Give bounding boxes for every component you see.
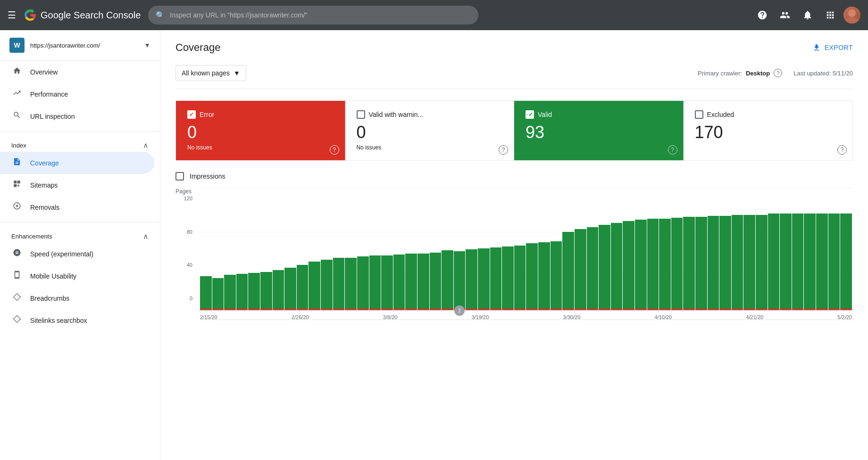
excluded-info-icon[interactable]: ? [837, 145, 847, 155]
sidebar-item-sitelinks-searchbox[interactable]: Sitelinks searchbox [0, 309, 154, 331]
bar-group[interactable] [430, 188, 442, 310]
bar-group[interactable] [417, 188, 429, 310]
bar-group[interactable] [756, 188, 768, 310]
valid-info-icon[interactable]: ? [668, 145, 677, 155]
error-card[interactable]: Error 0 No issues ? [176, 101, 345, 160]
bar-group[interactable] [575, 188, 586, 310]
bar-group[interactable] [405, 188, 417, 310]
bar-group[interactable] [514, 188, 526, 310]
valid-checkbox[interactable] [526, 110, 534, 119]
bar-group[interactable] [683, 188, 695, 310]
bar-group[interactable] [502, 188, 514, 310]
index-section-header[interactable]: Index ∧ [0, 135, 160, 152]
bar-group[interactable] [647, 188, 659, 310]
bar-group[interactable] [200, 188, 212, 310]
bar-group[interactable] [333, 188, 345, 310]
bar-group[interactable] [587, 188, 599, 310]
bar-group[interactable]: 2 [454, 188, 466, 310]
sidebar-item-coverage[interactable]: Coverage [0, 152, 154, 174]
sidebar-item-sitemaps[interactable]: Sitemaps [0, 174, 154, 196]
sidebar-item-overview[interactable]: Overview [0, 61, 154, 83]
warning-card[interactable]: Valid with warnin... 0 No issues ? [345, 101, 515, 160]
sidebar-item-removals[interactable]: Removals [0, 196, 154, 218]
bar-group[interactable] [816, 188, 828, 310]
bar-group[interactable] [551, 188, 562, 310]
bar-group[interactable] [719, 188, 731, 310]
bar-group[interactable] [792, 188, 804, 310]
bar-group[interactable] [599, 188, 610, 310]
sidebar-item-performance[interactable]: Performance [0, 83, 154, 105]
bar-group[interactable] [538, 188, 550, 310]
bar-group[interactable] [273, 188, 284, 310]
warning-checkbox[interactable] [357, 110, 365, 119]
warning-info-icon[interactable]: ? [499, 145, 508, 155]
bar-group[interactable] [357, 188, 369, 310]
apps-icon[interactable] [821, 6, 840, 25]
menu-icon[interactable]: ☰ [8, 9, 16, 21]
error-info-icon[interactable]: ? [330, 145, 339, 155]
bar-group[interactable] [284, 188, 296, 310]
bar-valid [309, 262, 320, 309]
bar-group[interactable] [212, 188, 224, 310]
export-button[interactable]: EXPORT [812, 43, 853, 52]
property-url: https://jsantorawriter.com/ [30, 42, 100, 49]
bar-group[interactable] [828, 188, 840, 310]
bar-group[interactable] [768, 188, 780, 310]
bar-group[interactable] [236, 188, 248, 310]
sidebar-item-speed[interactable]: Speed (experimental) [0, 243, 154, 265]
bar-group[interactable] [611, 188, 623, 310]
sidebar-item-url-inspection[interactable]: URL inspection [0, 105, 154, 127]
bar-group[interactable] [840, 188, 852, 310]
search-bar[interactable]: 🔍 [148, 6, 478, 25]
bar-group[interactable] [743, 188, 755, 310]
crawler-info-icon[interactable]: ? [774, 69, 782, 77]
bar-group[interactable] [635, 188, 647, 310]
avatar[interactable] [843, 7, 860, 24]
bar-error [623, 309, 634, 310]
bar-group[interactable] [732, 188, 743, 310]
valid-card[interactable]: Valid 93 ? [514, 101, 684, 160]
help-icon[interactable] [753, 6, 772, 25]
bar-group[interactable] [490, 188, 502, 310]
bar-group[interactable] [562, 188, 574, 310]
bar-group[interactable] [297, 188, 309, 310]
bar-group[interactable] [780, 188, 792, 310]
bar-error [683, 309, 695, 310]
bar-error [719, 309, 731, 310]
property-selector[interactable]: W https://jsantorawriter.com/ ▼ [0, 30, 160, 61]
bar-group[interactable] [260, 188, 272, 310]
nav-divider-2 [0, 222, 160, 222]
bar-group[interactable] [442, 188, 453, 310]
bar-group[interactable] [381, 188, 393, 310]
search-input[interactable] [170, 11, 471, 19]
bar-group[interactable] [623, 188, 634, 310]
error-count: 0 [187, 123, 334, 142]
enhancements-section-header[interactable]: Enhancements ∧ [0, 226, 160, 243]
bar-group[interactable] [478, 188, 490, 310]
impressions-checkbox[interactable] [175, 172, 184, 181]
bar-group[interactable] [345, 188, 357, 310]
sidebar-item-breadcrumbs[interactable]: Breadcrumbs [0, 287, 154, 309]
bar-group[interactable] [695, 188, 707, 310]
sidebar-item-mobile-usability[interactable]: Mobile Usability [0, 265, 154, 287]
bar-group[interactable] [369, 188, 381, 310]
error-checkbox[interactable] [187, 110, 196, 119]
bar-group[interactable] [224, 188, 236, 310]
bar-error [297, 309, 309, 310]
bar-group[interactable] [466, 188, 477, 310]
bar-group[interactable] [708, 188, 719, 310]
excluded-card[interactable]: Excluded 170 ? [684, 101, 853, 160]
bar-group[interactable] [321, 188, 333, 310]
account-icon[interactable] [776, 6, 794, 25]
bar-group[interactable] [248, 188, 260, 310]
bar-group[interactable] [659, 188, 671, 310]
bar-error [551, 309, 562, 310]
bar-group[interactable] [393, 188, 405, 310]
bar-group[interactable] [309, 188, 320, 310]
notifications-icon[interactable] [798, 6, 817, 25]
excluded-checkbox[interactable] [695, 110, 703, 119]
bar-group[interactable] [804, 188, 816, 310]
bar-group[interactable] [526, 188, 538, 310]
bar-group[interactable] [671, 188, 683, 310]
pages-filter-dropdown[interactable]: All known pages ▼ [175, 65, 246, 81]
